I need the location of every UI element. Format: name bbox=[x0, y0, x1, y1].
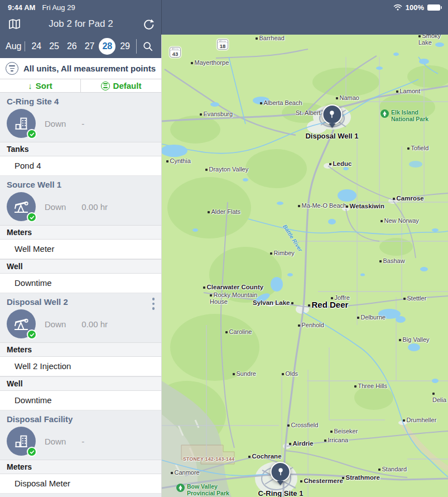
day-26[interactable]: 26 bbox=[64, 38, 80, 55]
map-label: Joffre bbox=[331, 294, 350, 301]
unit-group: C-Ring Site 4Down- bbox=[0, 93, 161, 142]
battery-icon bbox=[427, 4, 440, 11]
measurement-item[interactable]: Downtime bbox=[0, 274, 161, 293]
unit-group-name: Disposal Well 2 bbox=[7, 297, 155, 307]
status-time: 9:44 AM bbox=[8, 3, 35, 12]
map-label: Cynthia bbox=[166, 157, 191, 164]
divider bbox=[25, 41, 25, 51]
measurement-item[interactable]: Downtime bbox=[0, 391, 161, 410]
measurement-item[interactable]: Pond 4 bbox=[0, 156, 161, 176]
default-button[interactable]: Default bbox=[80, 79, 161, 92]
pin-label: Disposal Well 1 bbox=[305, 132, 358, 140]
sort-button[interactable]: ↓ Sort bbox=[0, 79, 80, 92]
unit-group-name: C-Ring Site 4 bbox=[7, 97, 155, 106]
map-label: Barrhead bbox=[256, 35, 285, 41]
map-label: New Norway bbox=[380, 217, 419, 224]
map-label: Lamont bbox=[396, 88, 420, 94]
unit-row[interactable]: Down0.00 hr bbox=[7, 309, 155, 339]
group-menu-button[interactable] bbox=[150, 295, 157, 312]
sort-toolbar: ↓ Sort Default bbox=[0, 79, 161, 93]
map-label: Big Valley bbox=[399, 336, 430, 343]
sort-arrow-icon: ↓ bbox=[28, 81, 32, 90]
month-label: Aug bbox=[6, 41, 21, 51]
map-label: Three Hills bbox=[354, 383, 387, 389]
park-label: Bow Valley Provincial Park bbox=[176, 484, 229, 496]
unit-status: Down bbox=[45, 319, 66, 329]
date-days: 242526272829 bbox=[27, 38, 134, 55]
divider bbox=[136, 39, 137, 54]
unit-row[interactable]: Down0.00 hr bbox=[7, 192, 155, 222]
day-27[interactable]: 27 bbox=[81, 38, 98, 55]
unit-value: - bbox=[81, 119, 84, 128]
battery-percent: 100% bbox=[406, 3, 424, 12]
filter-bar[interactable]: All units, All measurement points bbox=[0, 58, 161, 79]
measurement-item[interactable]: Well 2 Injection bbox=[0, 357, 161, 376]
map-label: Delburne bbox=[357, 314, 386, 321]
map-label: Irricana bbox=[324, 437, 348, 443]
unit-list: C-Ring Site 4Down-TanksPond 4Source Well… bbox=[0, 93, 161, 497]
search-icon bbox=[142, 41, 153, 52]
map-label: Alberta Beach bbox=[260, 99, 302, 106]
unit-value: 0.00 hr bbox=[81, 319, 108, 329]
facility-avatar-icon bbox=[7, 109, 36, 138]
map-label: Tofield bbox=[407, 145, 428, 151]
status-ok-badge bbox=[27, 212, 37, 222]
shield-number: 18 bbox=[218, 43, 228, 50]
search-button[interactable] bbox=[139, 37, 157, 55]
map-pin-c-ring-site-1[interactable]: C-Ring Site 1 bbox=[258, 462, 304, 497]
pumpjack-avatar-icon bbox=[7, 192, 36, 221]
section-header: Well bbox=[0, 259, 161, 274]
wifi-icon bbox=[393, 4, 402, 11]
measurement-item[interactable]: Disposal Meter bbox=[0, 474, 161, 494]
map-view[interactable]: BarrheadSmoky LakeMayerthorpeAlberta Bea… bbox=[162, 35, 448, 497]
map-label: Olds bbox=[282, 370, 298, 377]
unit-group: Disposal FacilityDown- bbox=[0, 410, 161, 460]
default-label: Default bbox=[113, 81, 142, 90]
measurement-item[interactable]: Well Meter bbox=[0, 240, 161, 259]
unit-value: 0.00 hr bbox=[81, 202, 108, 212]
unit-group: Disposal Well 2Down0.00 hr bbox=[0, 293, 161, 342]
map-label: Delia bbox=[432, 390, 448, 403]
highway-shield: Alberta18 bbox=[217, 39, 228, 50]
map-label: Canmore bbox=[171, 469, 200, 476]
map-label: Ma-Me-O Beach bbox=[298, 202, 346, 209]
header-divider bbox=[161, 0, 162, 35]
map-label: Mayerthorpe bbox=[191, 59, 229, 66]
map-label: Bashaw bbox=[379, 257, 405, 264]
map-label: Caroline bbox=[225, 328, 252, 335]
unit-group: Source Well 1Down0.00 hr bbox=[0, 176, 161, 225]
unit-status: Down bbox=[45, 119, 66, 128]
default-icon bbox=[101, 82, 110, 90]
unit-group: C-Ring Site 1 bbox=[0, 494, 161, 497]
day-28[interactable]: 28 bbox=[99, 38, 115, 55]
day-25[interactable]: 25 bbox=[46, 38, 62, 55]
map-label: Rimbey bbox=[270, 250, 295, 256]
section-header: Meters bbox=[0, 225, 161, 240]
day-29[interactable]: 29 bbox=[117, 38, 133, 55]
map-pin-disposal-well-1[interactable]: Disposal Well 1 bbox=[305, 104, 358, 140]
section-header: Well bbox=[0, 376, 161, 391]
day-24[interactable]: 24 bbox=[28, 38, 45, 55]
section-header: Meters bbox=[0, 342, 161, 357]
status-ok-badge bbox=[27, 129, 37, 139]
unit-row[interactable]: Down- bbox=[7, 108, 155, 138]
filter-label: All units, All measurement points bbox=[23, 64, 156, 73]
map-label: Crossfield bbox=[287, 422, 318, 428]
map-label: Alder Flats bbox=[208, 208, 240, 215]
filter-icon bbox=[6, 62, 18, 75]
map-label: Airdrie bbox=[289, 440, 314, 447]
section-header: Meters bbox=[0, 460, 161, 474]
unit-value: - bbox=[81, 437, 84, 446]
shield-number: 43 bbox=[170, 51, 180, 58]
refresh-button[interactable] bbox=[141, 16, 156, 32]
unit-status: Down bbox=[45, 202, 66, 212]
park-name: Elk Island National Park bbox=[391, 109, 428, 122]
status-ok-badge bbox=[27, 447, 37, 457]
unit-status: Down bbox=[45, 437, 66, 446]
park-tree-icon bbox=[176, 484, 185, 494]
map-label: Standard bbox=[378, 466, 407, 472]
top-header: 9:44 AM Fri Aug 29 100% Job 2 for Pad 2 bbox=[0, 0, 448, 35]
pushpin-icon bbox=[322, 104, 342, 125]
unit-row[interactable]: Down- bbox=[7, 426, 155, 456]
unit-group-name: Disposal Facility bbox=[7, 414, 155, 424]
